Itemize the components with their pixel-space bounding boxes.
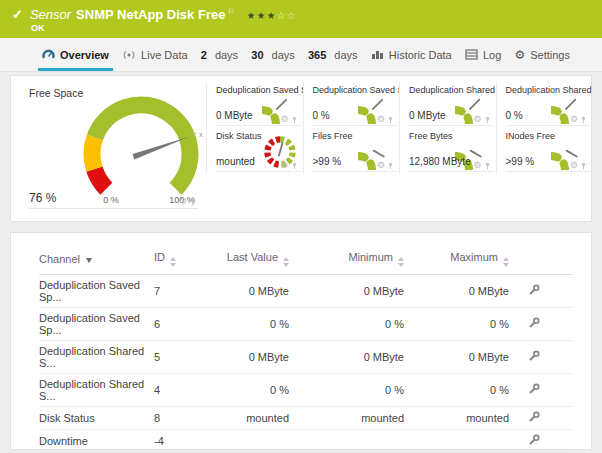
mini-gauge-cell-free-bytes: Free Bytes 12,980 MByte ⚙ (399, 128, 496, 174)
check-icon: ✓ (12, 7, 23, 22)
table-row: Deduplication Shared S... 4 0 % 0 % 0 % (39, 374, 573, 407)
flag-icon[interactable]: ⚐ (227, 7, 234, 16)
col-header-maximum[interactable]: Maximum (404, 247, 509, 275)
maximum: 0 MByte (404, 275, 509, 308)
channel-settings-button[interactable] (509, 341, 559, 374)
tab-30-days[interactable]: 30 days (247, 38, 299, 71)
divider (313, 125, 398, 126)
channel-name: Deduplication Shared S... (39, 374, 154, 407)
mini-gauge-cell-dedup-saved-pct: Deduplication Saved S... 0 % ⚙ (303, 82, 400, 128)
minimum: mounted (289, 407, 404, 430)
mini-gauge-cell-dedup-shared-bytes: Deduplication Shared ... 0 MByte ⚙ (399, 82, 496, 128)
divider (409, 171, 494, 172)
gear-icon[interactable]: ⚙ (179, 197, 187, 206)
tab-2-days[interactable]: 2 days (197, 38, 242, 71)
gear-icon[interactable]: ⚙ (570, 161, 578, 170)
maximum (404, 430, 509, 453)
minimum: 0 % (289, 374, 404, 407)
divider (409, 125, 494, 126)
pin-icon[interactable] (388, 116, 393, 124)
gauge-value: >99 % (313, 156, 342, 167)
table-row: Deduplication Shared S... 5 0 MByte 0 MB… (39, 341, 573, 374)
gauge-value: >99 % (506, 156, 535, 167)
pin-icon[interactable] (581, 116, 586, 124)
table-row: Deduplication Saved Sp... 6 0 % 0 % 0 % (39, 308, 573, 341)
channel-id: 5 (154, 341, 204, 374)
col-header-id[interactable]: ID (154, 247, 204, 275)
minimum (289, 430, 404, 453)
gauge-label: Deduplication Shared ... (409, 85, 496, 95)
free-space-gauge-cell: Free Space x 0 % 100 % 76 % ⚙ (11, 76, 206, 221)
tab-label: Overview (60, 49, 109, 61)
col-header-channel[interactable]: Channel (39, 247, 154, 275)
channel-settings-button[interactable] (509, 275, 559, 308)
pin-icon[interactable] (292, 162, 297, 170)
tab-label: days (272, 49, 295, 61)
channel-id: 8 (154, 407, 204, 430)
stars-filled: ★★★ (247, 10, 277, 21)
tab-historic-data[interactable]: Historic Data (367, 38, 456, 71)
pin-icon[interactable] (190, 197, 196, 206)
channel-settings-button[interactable] (509, 374, 559, 407)
pin-icon[interactable] (388, 162, 393, 170)
channel-settings-button[interactable] (509, 407, 559, 430)
wrench-icon (528, 284, 540, 296)
gear-icon[interactable]: ⚙ (570, 115, 578, 124)
gauge-marker: x (199, 130, 203, 139)
channel-id: 6 (154, 308, 204, 341)
tab-label: days (334, 49, 357, 61)
tab-365-days[interactable]: 365 days (304, 38, 362, 71)
sensor-header: ✓ Sensor SNMP NetApp Disk Free ⚐ ★★★☆☆ O… (0, 0, 602, 38)
gauge-icon (42, 48, 55, 61)
priority-stars[interactable]: ★★★☆☆ (247, 10, 297, 21)
channel-settings-button[interactable] (509, 430, 559, 453)
mini-gauge-cell-files-free: Files Free >99 % ⚙ (303, 128, 400, 174)
overview-gauges-panel: Free Space x 0 % 100 % 76 % ⚙ Deduplicat… (10, 75, 592, 222)
col-header-minimum[interactable]: Minimum (289, 247, 404, 275)
pin-icon[interactable] (485, 116, 490, 124)
last-value: 0 % (204, 308, 289, 341)
col-header-last-value[interactable]: Last Value (204, 247, 289, 275)
channel-id: -4 (154, 430, 204, 453)
page-title: SNMP NetApp Disk Free (76, 7, 225, 22)
channel-name: Disk Status (39, 407, 154, 430)
last-value: mounted (204, 407, 289, 430)
gear-icon[interactable]: ⚙ (377, 115, 385, 124)
gear-icon[interactable]: ⚙ (280, 115, 288, 124)
gauge-value: 0 % (506, 110, 523, 121)
gauge-label: Deduplication Saved S... (216, 85, 303, 95)
tab-log[interactable]: Log (461, 38, 505, 71)
tab-bar: Overview Live Data 2 days 30 days 365 da… (0, 38, 602, 72)
gear-icon[interactable]: ⚙ (473, 115, 481, 124)
gear-icon[interactable]: ⚙ (473, 161, 481, 170)
sort-icon (283, 257, 289, 267)
tab-label: Live Data (141, 49, 187, 61)
tab-label: Log (483, 49, 501, 61)
maximum: mounted (404, 407, 509, 430)
tab-label: Settings (530, 49, 570, 61)
tab-overview[interactable]: Overview (38, 38, 113, 71)
tab-live-data[interactable]: Live Data (118, 38, 191, 71)
last-value: 0 MByte (204, 341, 289, 374)
minimum: 0 MByte (289, 275, 404, 308)
tab-settings[interactable]: ⚙ Settings (510, 38, 574, 71)
maximum: 0 % (404, 308, 509, 341)
tab-label: Historic Data (389, 49, 452, 61)
status-badge: OK (31, 23, 45, 33)
wrench-icon (528, 434, 540, 446)
sort-desc-icon (86, 258, 92, 263)
gauge-value: 0 MByte (216, 110, 253, 121)
divider (506, 171, 591, 172)
channel-settings-button[interactable] (509, 308, 559, 341)
gear-icon: ⚙ (514, 49, 525, 61)
pin-icon[interactable] (292, 116, 297, 124)
pin-icon[interactable] (581, 162, 586, 170)
gear-icon[interactable]: ⚙ (280, 161, 288, 170)
minimum: 0 MByte (289, 341, 404, 374)
gear-icon[interactable]: ⚙ (377, 161, 385, 170)
mini-gauge-cell-dedup-saved-bytes: Deduplication Saved S... 0 MByte ⚙ (206, 82, 303, 128)
pin-icon[interactable] (485, 162, 490, 170)
sort-icon (503, 257, 509, 267)
channel-name: Deduplication Shared S... (39, 341, 154, 374)
table-row: Deduplication Saved Sp... 7 0 MByte 0 MB… (39, 275, 573, 308)
